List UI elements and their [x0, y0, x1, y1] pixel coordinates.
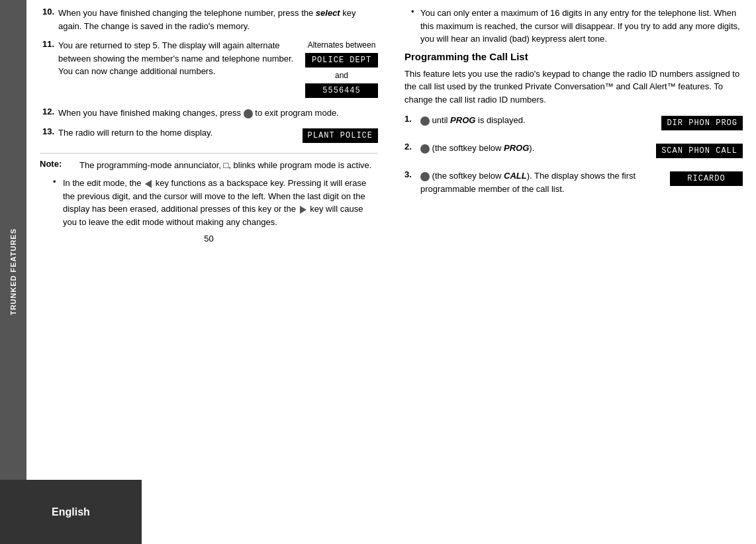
- note-section: Note: The programming-mode annunciator, …: [40, 153, 378, 229]
- step-11-display2: 5556445: [305, 83, 378, 98]
- step-13-display: PLANT POLICE: [303, 128, 378, 143]
- left-column: 10. When you have finished changing the …: [40, 7, 385, 537]
- step-11-content: You are returned to step 5. The display …: [58, 39, 378, 100]
- step-11-num: 11.: [40, 39, 58, 49]
- step-13-text: The radio will return to the home displa…: [58, 126, 296, 140]
- section-desc: This feature lets you use the radio's ke…: [404, 68, 743, 107]
- step-13-content: The radio will return to the home displa…: [58, 126, 378, 145]
- right-step-2-text: (the softkey below PROG).: [420, 142, 649, 155]
- right-step-2-display: SCAN PHON CALL: [656, 144, 743, 158]
- note-line: Note: The programming-mode annunciator, …: [40, 159, 378, 172]
- note-label: Note:: [40, 159, 79, 172]
- right-step-2-body: (the softkey below PROG). SCAN PHON CALL: [420, 142, 743, 160]
- step-12: 12. When you have finished making change…: [40, 107, 378, 120]
- step-11-label-mid: and: [335, 71, 348, 80]
- right-step-2-display-group: SCAN PHON CALL: [656, 142, 743, 160]
- sidebar-label: TRUNKED FEATURES: [9, 228, 17, 315]
- language-bar: English: [0, 480, 142, 544]
- sidebar: TRUNKED FEATURES: [0, 0, 26, 544]
- right-step-1-num: 1.: [404, 114, 420, 124]
- right-step-2-num: 2.: [404, 142, 420, 152]
- step-12-text: When you have finished making changes, p…: [58, 107, 378, 120]
- language-label: English: [52, 506, 90, 518]
- step-11-display1: POLICE DEPT: [305, 53, 378, 68]
- bullet-dot-1: •: [53, 177, 63, 228]
- section-title: Programming the Call List: [404, 51, 743, 62]
- hold-button-icon-1: [420, 116, 430, 126]
- step-11-text: You are returned to step 5. The display …: [58, 39, 299, 78]
- main-content: 10. When you have finished changing the …: [26, 0, 756, 544]
- note-text: The programming-mode annunciator, □, bli…: [79, 159, 378, 172]
- right-step-1-body: until PROG is displayed. DIR PHON PROG: [420, 114, 743, 132]
- right-step-3-display-group: RICARDO: [670, 169, 743, 188]
- right-step-3: 3. (the softkey below CALL). The display…: [404, 169, 743, 195]
- step-10: 10. When you have finished changing the …: [40, 7, 378, 32]
- content-area: 10. When you have finished changing the …: [40, 7, 743, 537]
- right-step-3-display: RICARDO: [670, 171, 743, 186]
- step-10-text: When you have finished changing the tele…: [58, 7, 378, 32]
- right-arrow-icon: [300, 206, 307, 214]
- step-11-label-top: Alternates between: [308, 40, 376, 50]
- softkey-button-icon-2: [420, 144, 430, 154]
- step-12-content: When you have finished making changes, p…: [58, 107, 378, 120]
- right-step-1-display-group: DIR PHON PROG: [661, 114, 743, 132]
- right-bullet-text: You can only enter a maximum of 16 digit…: [420, 7, 743, 46]
- right-column: • You can only enter a maximum of 16 dig…: [398, 7, 743, 537]
- prog-button-icon: [244, 109, 253, 118]
- right-bullet-dot: •: [411, 7, 420, 46]
- step-13-display-group: PLANT POLICE: [303, 126, 378, 145]
- right-step-1-display: DIR PHON PROG: [661, 116, 743, 130]
- bullet-item-1: • In the edit mode, the key functions as…: [40, 177, 378, 228]
- right-step-2: 2. (the softkey below PROG). SCAN PHON C…: [404, 142, 743, 160]
- right-step-3-body: (the softkey below CALL). The display sh…: [420, 169, 743, 195]
- step-11: 11. You are returned to step 5. The disp…: [40, 39, 378, 100]
- softkey-button-icon-3: [420, 172, 430, 181]
- right-step-1-text: until PROG is displayed.: [420, 114, 655, 127]
- right-step-3-num: 3.: [404, 169, 420, 179]
- step-13: 13. The radio will return to the home di…: [40, 126, 378, 145]
- step-13-num: 13.: [40, 126, 58, 136]
- step-10-num: 10.: [40, 7, 58, 17]
- page-number: 50: [40, 234, 378, 244]
- right-step-1: 1. until PROG is displayed. DIR PHON PRO…: [404, 114, 743, 132]
- left-arrow-icon: [145, 180, 152, 188]
- right-step-3-text: (the softkey below CALL). The display sh…: [420, 169, 663, 195]
- step-10-content: When you have finished changing the tele…: [58, 7, 378, 32]
- step-13-body: The radio will return to the home displa…: [58, 126, 378, 145]
- step-11-body: You are returned to step 5. The display …: [58, 39, 378, 100]
- step-11-display-group: Alternates between POLICE DEPT and 55564…: [305, 39, 378, 100]
- step-12-num: 12.: [40, 107, 58, 116]
- right-bullet-top: • You can only enter a maximum of 16 dig…: [404, 7, 743, 46]
- bullet-text-1: In the edit mode, the key functions as a…: [63, 177, 378, 228]
